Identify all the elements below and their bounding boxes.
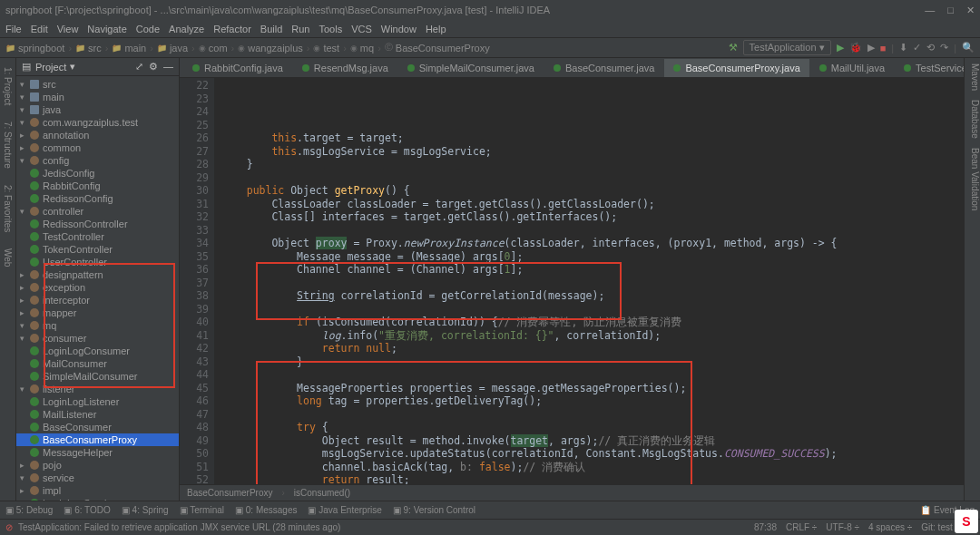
tree-node[interactable]: ▸annotation — [16, 129, 179, 141]
tool-tab[interactable]: Database — [965, 100, 980, 139]
stop-icon[interactable]: ■ — [880, 43, 887, 54]
status-item[interactable]: CRLF ÷ — [786, 522, 817, 532]
menu-refactor[interactable]: Refactor — [213, 24, 251, 34]
tree-node[interactable]: LoginLogListener — [16, 395, 179, 408]
tree-node[interactable]: ▾java — [16, 103, 179, 116]
tree-node[interactable]: BaseConsumerProxy — [16, 433, 179, 446]
status-icon[interactable]: ⊘ — [5, 522, 13, 532]
menu-analyze[interactable]: Analyze — [169, 24, 204, 34]
tree-node[interactable]: ▾consumer — [16, 332, 179, 345]
menu-file[interactable]: File — [5, 24, 22, 34]
tool-tab[interactable]: Bean Validation — [965, 148, 980, 210]
tree-node[interactable]: BaseConsumer — [16, 421, 179, 433]
tree-node[interactable]: ▾config — [16, 154, 179, 167]
menu-navigate[interactable]: Navigate — [87, 24, 126, 34]
collapse-icon[interactable]: ⤢ — [135, 61, 143, 73]
tree-node[interactable]: ▸pojo — [16, 459, 179, 472]
tree-node[interactable]: SimpleMailConsumer — [16, 370, 179, 383]
coverage-icon[interactable]: ▶ — [867, 42, 875, 54]
menu-vcs[interactable]: VCS — [351, 24, 372, 34]
tree-node[interactable]: ▸designpattern — [16, 268, 179, 281]
ime-tray-icon[interactable]: S — [955, 510, 978, 533]
maximize-icon[interactable]: □ — [947, 5, 954, 16]
hide-icon[interactable]: — — [163, 61, 173, 73]
menu-help[interactable]: Help — [426, 24, 446, 34]
tree-node[interactable]: TokenController — [16, 243, 179, 256]
close-icon[interactable]: ✕ — [966, 5, 975, 16]
menu-run[interactable]: Run — [291, 24, 309, 34]
breadcrumb-seg[interactable]: ◉ com — [199, 43, 228, 54]
git-revert-icon[interactable]: ↷ — [940, 42, 948, 54]
tree-node[interactable]: RabbitConfig — [16, 180, 179, 192]
status-item[interactable]: 4 spaces ÷ — [868, 522, 912, 532]
editor-tab[interactable]: BaseConsumerProxy.java — [664, 59, 808, 77]
code-content[interactable]: this.target = target; this.msgLogService… — [214, 78, 964, 484]
run-icon[interactable]: ▶ — [837, 42, 844, 54]
toolwin-tab[interactable]: ▣ Terminal — [180, 505, 224, 515]
tree-node[interactable]: ▾listener — [16, 383, 179, 395]
code-crumb[interactable]: BaseConsumerProxy — [187, 488, 272, 498]
tree-node[interactable]: UserController — [16, 256, 179, 268]
tree-node[interactable]: ▾service — [16, 472, 179, 484]
tree-node[interactable]: RedissonConfig — [16, 192, 179, 205]
toolwin-tab[interactable]: ▣ 0: Messages — [235, 505, 297, 515]
toolwin-tab[interactable]: ▣ 9: Version Control — [393, 505, 475, 515]
menu-view[interactable]: View — [57, 24, 79, 34]
search-icon[interactable]: 🔍 — [962, 42, 975, 54]
tree-node[interactable]: ▸impl — [16, 484, 179, 497]
tree-node[interactable]: ▸mapper — [16, 306, 179, 319]
tree-node[interactable]: ▾src — [16, 78, 179, 91]
editor-tab[interactable]: SimpleMailConsumer.java — [398, 59, 544, 77]
tree-node[interactable]: RedissonController — [16, 218, 179, 230]
tree-node[interactable]: ▸common — [16, 141, 179, 154]
tree-node[interactable]: ▾mq — [16, 319, 179, 332]
minimize-icon[interactable]: — — [925, 5, 935, 16]
breadcrumb-seg[interactable]: 📁 main — [112, 43, 146, 54]
tree-node[interactable]: ▾controller — [16, 205, 179, 218]
tool-tab[interactable]: 2: Favorites — [1, 181, 15, 236]
breadcrumb-seg[interactable]: 📁 springboot — [5, 43, 64, 54]
git-history-icon[interactable]: ⟲ — [926, 42, 935, 54]
run-config-select[interactable]: TestApplication ▾ — [743, 40, 831, 55]
debug-icon[interactable]: 🐞 — [849, 42, 862, 54]
code-crumb[interactable]: isConsumed() — [294, 488, 350, 498]
editor-breadcrumbs[interactable]: BaseConsumerProxy›isConsumed() — [180, 484, 964, 501]
tree-node[interactable]: ▸interceptor — [16, 294, 179, 306]
tree-node[interactable]: LoginLogService — [16, 497, 179, 501]
tool-tab[interactable]: 7: Structure — [1, 118, 15, 172]
breadcrumb-seg[interactable]: Ⓒ BaseConsumerProxy — [385, 42, 490, 54]
git-commit-icon[interactable]: ✓ — [913, 42, 921, 54]
breadcrumb-seg[interactable]: ◉ test — [313, 43, 339, 54]
tree-node[interactable]: JedisConfig — [16, 167, 179, 180]
breadcrumb-seg[interactable]: 📁 src — [75, 43, 102, 54]
tool-tab[interactable]: Maven — [965, 63, 980, 91]
menu-build[interactable]: Build — [260, 24, 282, 34]
toolwin-tab[interactable]: ▣ 6: TODO — [64, 505, 110, 515]
tree-node[interactable]: ▾main — [16, 91, 179, 103]
tree-node[interactable]: ▾com.wangzaiplus.test — [16, 116, 179, 129]
tree-node[interactable]: LoginLogConsumer — [16, 345, 179, 357]
toolwin-tab[interactable]: ▣ 4: Spring — [122, 505, 169, 515]
breadcrumb-seg[interactable]: 📁 java — [157, 43, 188, 54]
editor-tab[interactable]: RabbitConfig.java — [183, 59, 292, 77]
git-pull-icon[interactable]: ⬇ — [899, 42, 907, 54]
tree-node[interactable]: MailConsumer — [16, 357, 179, 370]
breadcrumb-seg[interactable]: ◉ wangzaiplus — [238, 43, 303, 54]
project-tree[interactable]: ▾src▾main▾java▾com.wangzaiplus.test▸anno… — [16, 76, 179, 501]
settings-icon[interactable]: ⚙ — [149, 61, 158, 73]
menu-edit[interactable]: Edit — [31, 24, 48, 34]
tree-node[interactable]: MailListener — [16, 408, 179, 421]
menu-window[interactable]: Window — [381, 24, 416, 34]
tree-node[interactable]: MessageHelper — [16, 446, 179, 459]
tool-tab[interactable]: Web — [1, 245, 15, 270]
toolwin-tab[interactable]: ▣ 5: Debug — [5, 505, 53, 515]
tool-tab[interactable]: 1: Project — [1, 63, 15, 109]
build-icon[interactable]: ⚒ — [729, 42, 738, 54]
tree-node[interactable]: TestController — [16, 230, 179, 243]
editor-tab[interactable]: BaseConsumer.java — [544, 59, 663, 77]
tree-node[interactable]: ▸exception — [16, 281, 179, 294]
menu-tools[interactable]: Tools — [318, 24, 342, 34]
project-header[interactable]: ▤Project▾ ⤢⚙— — [16, 58, 179, 76]
code-editor[interactable]: 22 23 24 25 26 27 28 29 30 31 32 33 34 3… — [180, 78, 964, 484]
toolwin-tab[interactable]: ▣ Java Enterprise — [308, 505, 381, 515]
